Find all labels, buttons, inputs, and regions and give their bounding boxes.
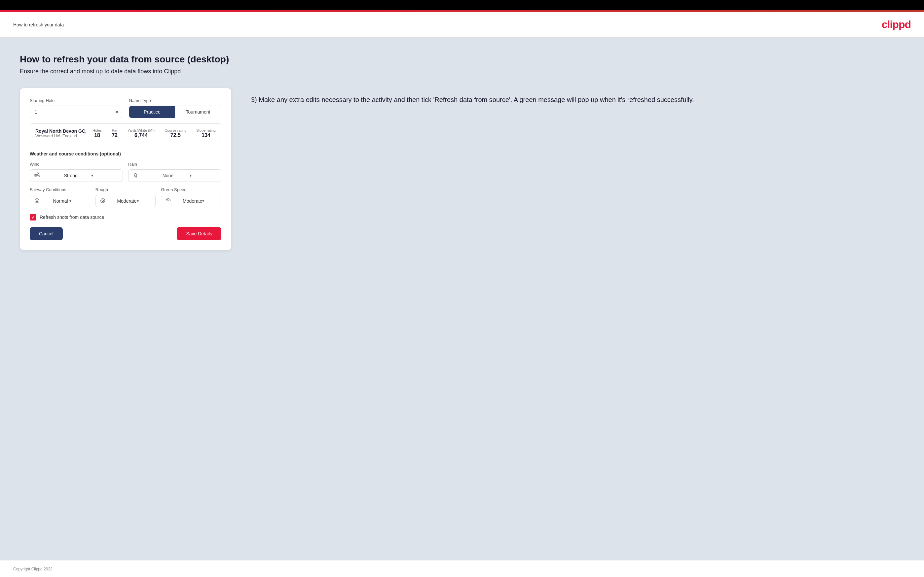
stat-holes: Holes 18 — [92, 128, 102, 138]
fairway-rough-green-grid: Fairway Conditions Normal ▾ — [30, 187, 221, 207]
rough-select[interactable]: Moderate ▾ — [95, 195, 156, 207]
rough-icon — [100, 198, 115, 204]
cancel-button[interactable]: Cancel — [30, 227, 63, 240]
refresh-checkbox[interactable] — [30, 214, 36, 221]
course-location: Westward Ho!, England — [36, 134, 87, 138]
rain-select[interactable]: None ▾ — [128, 169, 221, 182]
wind-value: Strong — [64, 173, 92, 178]
side-text: 3) Make any extra edits necessary to the… — [251, 88, 904, 105]
button-row: Cancel Save Details — [30, 227, 221, 240]
course-row: Royal North Devon GC, Westward Ho!, Engl… — [30, 124, 221, 143]
fairway-select[interactable]: Normal ▾ — [30, 195, 90, 207]
slope-rating-label: Slope rating — [196, 128, 216, 132]
wind-icon — [34, 172, 61, 179]
rough-group: Rough Moderate ▾ — [95, 187, 156, 207]
yards-label: Yards/White (M)) — [128, 128, 155, 132]
green-speed-icon — [165, 198, 180, 204]
starting-hole-gametype-row: Starting Hole 1 ▾ Game Type Practice To — [30, 98, 221, 118]
stat-course-rating: Course rating 72.5 — [165, 128, 186, 138]
header: How to refresh your data clippd — [0, 12, 924, 38]
two-col-layout: Starting Hole 1 ▾ Game Type Practice To — [20, 88, 904, 250]
fairway-label: Fairway Conditions — [30, 187, 90, 192]
wind-label: Wind — [30, 162, 123, 167]
rough-value: Moderate — [117, 198, 136, 204]
header-title: How to refresh your data — [13, 22, 64, 27]
rain-group: Rain None ▾ — [128, 162, 221, 182]
par-value: 72 — [111, 132, 118, 138]
wind-select[interactable]: Strong ▾ — [30, 169, 123, 182]
footer-copyright: Copyright Clippd 2022 — [13, 567, 53, 571]
svg-point-2 — [36, 200, 38, 201]
stat-par: Par 72 — [111, 128, 118, 138]
practice-toggle-button[interactable]: Practice — [129, 106, 175, 118]
svg-point-5 — [168, 200, 169, 201]
logo: clippd — [882, 18, 911, 31]
refresh-checkbox-label: Refresh shots from data source — [40, 214, 104, 220]
wind-chevron-icon: ▾ — [91, 173, 119, 178]
conditions-section: Weather and course conditions (optional)… — [30, 151, 221, 207]
starting-hole-select-wrapper: 1 ▾ — [30, 106, 122, 118]
rain-chevron-icon: ▾ — [190, 173, 217, 178]
svg-point-3 — [100, 199, 105, 203]
form-card: Starting Hole 1 ▾ Game Type Practice To — [20, 88, 231, 250]
slope-rating-value: 134 — [202, 132, 210, 138]
game-type-group: Game Type Practice Tournament — [129, 98, 221, 118]
holes-value: 18 — [94, 132, 100, 138]
conditions-title: Weather and course conditions (optional) — [30, 151, 221, 156]
par-label: Par — [111, 128, 118, 132]
fairway-chevron-icon: ▾ — [69, 199, 86, 203]
starting-hole-select[interactable]: 1 — [30, 106, 122, 118]
green-speed-chevron-icon: ▾ — [202, 199, 217, 203]
svg-point-1 — [35, 199, 39, 203]
fairway-value: Normal — [53, 198, 70, 204]
green-speed-group: Green Speed Moderate — [161, 187, 221, 207]
course-name: Royal North Devon GC, — [36, 128, 87, 134]
rain-label: Rain — [128, 162, 221, 167]
svg-point-4 — [102, 200, 103, 201]
course-stats: Holes 18 Par 72 Yards/White (M)) 6,744 — [92, 128, 216, 138]
footer: Copyright Clippd 2022 — [0, 560, 924, 577]
stat-yards: Yards/White (M)) 6,744 — [128, 128, 155, 138]
holes-label: Holes — [92, 128, 102, 132]
course-info: Royal North Devon GC, Westward Ho!, Engl… — [36, 128, 87, 138]
wind-group: Wind Strong ▾ — [30, 162, 123, 182]
yards-value: 6,744 — [134, 132, 148, 138]
svg-point-0 — [134, 174, 136, 176]
game-type-label: Game Type — [129, 98, 221, 103]
game-type-toggle: Practice Tournament — [129, 106, 221, 118]
side-text-content: 3) Make any extra edits necessary to the… — [251, 95, 904, 105]
green-speed-value: Moderate — [183, 198, 202, 204]
rough-label: Rough — [95, 187, 156, 192]
starting-hole-group: Starting Hole 1 ▾ — [30, 98, 122, 118]
content-area: How to refresh your data from source (de… — [0, 38, 924, 560]
page-heading: How to refresh your data from source (de… — [20, 54, 904, 65]
course-rating-value: 72.5 — [170, 132, 181, 138]
stat-slope-rating: Slope rating 134 — [196, 128, 216, 138]
rough-chevron-icon: ▾ — [137, 199, 152, 203]
rain-icon — [132, 172, 160, 179]
fairway-icon — [34, 198, 50, 204]
wind-rain-grid: Wind Strong ▾ — [30, 162, 221, 182]
tournament-toggle-button[interactable]: Tournament — [175, 106, 221, 118]
course-rating-label: Course rating — [165, 128, 186, 132]
page-subheading: Ensure the correct and most up to date d… — [20, 68, 904, 75]
green-speed-select[interactable]: Moderate ▾ — [161, 195, 221, 207]
refresh-checkbox-row: Refresh shots from data source — [30, 214, 221, 221]
fairway-group: Fairway Conditions Normal ▾ — [30, 187, 90, 207]
save-button[interactable]: Save Details — [177, 227, 221, 240]
green-speed-label: Green Speed — [161, 187, 221, 192]
rain-value: None — [163, 173, 190, 178]
starting-hole-label: Starting Hole — [30, 98, 122, 103]
